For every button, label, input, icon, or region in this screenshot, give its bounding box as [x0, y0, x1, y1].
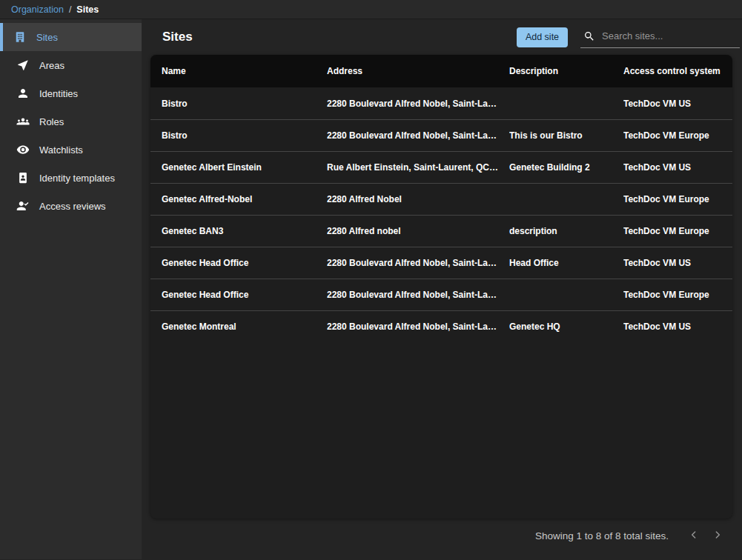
sidebar-item-areas[interactable]: Areas	[0, 51, 142, 79]
pagination-bar: Showing 1 to 8 of 8 total sites.	[142, 519, 742, 553]
sidebar-item-identity-templates[interactable]: Identity templates	[0, 164, 142, 192]
sites-table: Name Address Description Access control …	[150, 55, 732, 519]
cell-access-control-system: TechDoc VM Europe	[623, 130, 732, 141]
search-field[interactable]	[580, 26, 740, 48]
cell-address: 2280 Alfred Nobel	[327, 194, 509, 204]
search-input[interactable]	[602, 30, 738, 41]
cell-access-control-system: TechDoc VM US	[623, 321, 732, 332]
cell-access-control-system: TechDoc VM Europe	[623, 194, 732, 204]
sidebar-item-label: Sites	[36, 32, 58, 43]
breadcrumb-organization-link[interactable]: Organization	[11, 4, 64, 15]
cell-name: Genetec Albert Einstein	[162, 162, 327, 173]
add-site-button[interactable]: Add site	[517, 27, 568, 47]
cell-name: Genetec Alfred-Nobel	[162, 194, 327, 204]
table-header-row: Name Address Description Access control …	[150, 55, 732, 87]
sidebar-item-label: Access reviews	[39, 201, 106, 212]
eye-icon	[16, 143, 30, 156]
cell-access-control-system: TechDoc VM US	[623, 258, 732, 268]
cell-name: Genetec Head Office	[162, 258, 327, 268]
cell-name: Bistro	[162, 130, 327, 141]
cell-address: 2280 Boulevard Alfred Nobel, Saint-La…	[327, 130, 509, 141]
breadcrumb-separator: /	[69, 4, 71, 15]
chevron-left-icon	[688, 529, 700, 543]
column-header-name[interactable]: Name	[162, 66, 327, 76]
cell-name: Bistro	[162, 99, 327, 109]
sidebar-item-label: Areas	[39, 60, 64, 71]
cell-name: Genetec Head Office	[162, 290, 327, 300]
navigation-arrow-icon	[16, 59, 30, 72]
sidebar-item-access-reviews[interactable]: Access reviews	[0, 192, 142, 220]
cell-access-control-system: TechDoc VM US	[623, 162, 732, 173]
cell-description: Genetec Building 2	[509, 162, 623, 173]
cell-description: Head Office	[509, 258, 623, 268]
sidebar-item-label: Roles	[39, 116, 64, 127]
content-header: Sites Add site	[142, 19, 742, 55]
table-row[interactable]: Genetec Head Office 2280 Boulevard Alfre…	[150, 279, 732, 310]
cell-access-control-system: TechDoc VM US	[623, 99, 732, 109]
sidebar: Sites Areas Identities Roles Watchlists	[0, 19, 142, 559]
breadcrumb-current-page: Sites	[76, 4, 99, 15]
sidebar-item-label: Identities	[39, 88, 78, 99]
cell-access-control-system: TechDoc VM Europe	[623, 226, 732, 236]
cell-address: 2280 Boulevard Alfred Nobel, Saint-La…	[327, 321, 509, 332]
search-icon	[583, 30, 595, 42]
cell-address: 2280 Boulevard Alfred Nobel, Saint-La…	[327, 99, 509, 109]
sidebar-item-roles[interactable]: Roles	[0, 107, 142, 136]
chevron-right-icon	[712, 529, 723, 543]
cell-description: description	[509, 226, 623, 236]
person-icon	[16, 87, 30, 100]
sidebar-item-label: Watchlists	[39, 144, 83, 156]
cell-description: Genetec HQ	[509, 321, 623, 332]
table-row[interactable]: Bistro 2280 Boulevard Alfred Nobel, Sain…	[150, 87, 732, 119]
cell-description: This is our Bistro	[509, 130, 623, 141]
cell-name: Genetec Montreal	[162, 321, 327, 332]
pagination-status: Showing 1 to 8 of 8 total sites.	[535, 530, 669, 541]
page-title: Sites	[162, 30, 193, 44]
id-badge-icon	[16, 171, 30, 184]
cell-access-control-system: TechDoc VM Europe	[623, 290, 732, 300]
person-check-icon	[16, 199, 30, 213]
cell-name: Genetec BAN3	[162, 226, 327, 236]
table-row[interactable]: Genetec Alfred-Nobel 2280 Alfred Nobel T…	[150, 183, 732, 215]
breadcrumb: Organization / Sites	[0, 0, 742, 19]
next-page-button[interactable]	[707, 525, 728, 546]
table-row[interactable]: Genetec BAN3 2280 Alfred nobel descripti…	[150, 215, 732, 247]
table-row[interactable]: Bistro 2280 Boulevard Alfred Nobel, Sain…	[150, 119, 732, 151]
previous-page-button[interactable]	[683, 525, 704, 546]
sidebar-item-watchlists[interactable]: Watchlists	[0, 136, 142, 164]
cell-address: 2280 Alfred nobel	[327, 226, 509, 236]
column-header-address[interactable]: Address	[327, 66, 509, 76]
column-header-access-control-system[interactable]: Access control system	[623, 66, 732, 76]
cell-address: 2280 Boulevard Alfred Nobel, Saint-La…	[327, 290, 509, 300]
building-icon	[13, 30, 27, 44]
main-content: Sites Add site Name Address Description …	[142, 19, 742, 559]
sidebar-item-label: Identity templates	[39, 173, 115, 184]
cell-address: Rue Albert Einstein, Saint-Laurent, QC,…	[327, 162, 509, 173]
cell-address: 2280 Boulevard Alfred Nobel, Saint-La…	[327, 258, 509, 268]
sidebar-item-identities[interactable]: Identities	[0, 79, 142, 107]
column-header-description[interactable]: Description	[509, 66, 623, 76]
table-row[interactable]: Genetec Head Office 2280 Boulevard Alfre…	[150, 247, 732, 279]
table-row[interactable]: Genetec Albert Einstein Rue Albert Einst…	[150, 151, 732, 183]
sidebar-item-sites[interactable]: Sites	[0, 23, 142, 51]
people-group-icon	[16, 115, 30, 128]
table-row[interactable]: Genetec Montreal 2280 Boulevard Alfred N…	[150, 310, 732, 342]
